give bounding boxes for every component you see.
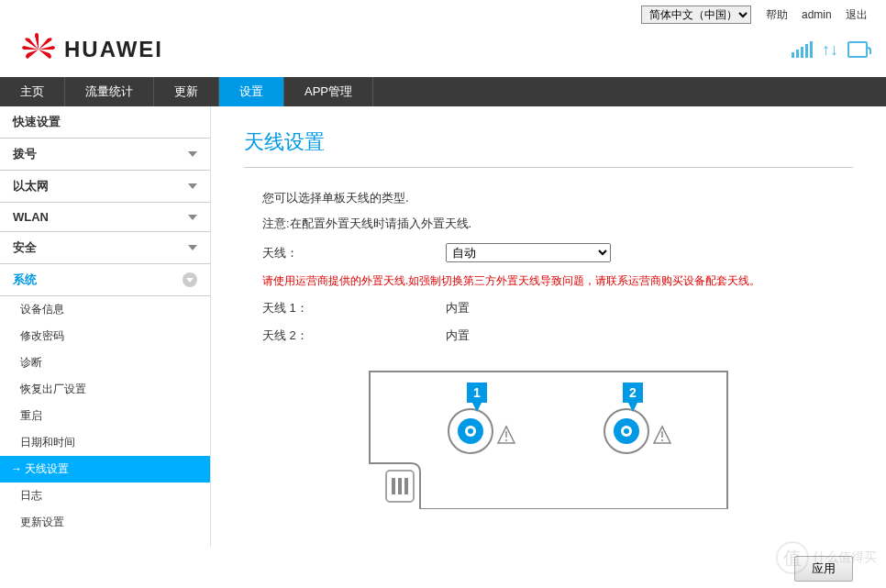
sidebar-item-update-settings[interactable]: 更新设置 (0, 509, 210, 536)
description-2: 注意:在配置外置天线时请插入外置天线. (262, 216, 835, 232)
antenna1-value: 内置 (446, 300, 470, 316)
sidebar-label: 快速设置 (13, 114, 61, 130)
nav-update[interactable]: 更新 (154, 77, 219, 106)
description-1: 您可以选择单板天线的类型. (262, 190, 835, 206)
antenna1-label: 天线 1： (262, 300, 446, 316)
chevron-down-icon (183, 272, 197, 287)
svg-rect-1 (392, 478, 395, 494)
page-title: 天线设置 (244, 128, 853, 168)
sidebar-item-device-info[interactable]: 设备信息 (0, 296, 210, 323)
sidebar-item-reboot[interactable]: 重启 (0, 403, 210, 429)
content: 快速设置 拨号 以太网 WLAN 安全 系统 设备信息 修改密码 诊断 恢复出厂… (0, 106, 886, 547)
antenna-select-row: 天线： 自动 (262, 243, 835, 262)
svg-rect-3 (404, 478, 408, 494)
sidebar-label: 安全 (13, 239, 37, 256)
main-panel: 天线设置 您可以选择单板天线的类型. 注意:在配置外置天线时请插入外置天线. 天… (211, 106, 886, 547)
antenna-diagram: 1 2 (351, 362, 746, 509)
antenna1-row: 天线 1： 内置 (262, 300, 835, 316)
svg-point-16 (661, 439, 663, 441)
svg-point-14 (624, 428, 629, 434)
help-link[interactable]: 帮助 (766, 8, 788, 21)
sidebar-group-ethernet[interactable]: 以太网 (0, 171, 210, 203)
user-link[interactable]: admin (802, 8, 832, 21)
brand-text: HUAWEI (64, 37, 163, 62)
sidebar-label: 以太网 (13, 178, 49, 194)
svg-point-7 (468, 428, 473, 434)
sidebar-label: WLAN (13, 210, 49, 224)
sidebar-group-system[interactable]: 系统 (0, 264, 210, 296)
sidebar: 快速设置 拨号 以太网 WLAN 安全 系统 设备信息 修改密码 诊断 恢复出厂… (0, 106, 211, 547)
sidebar-item-antenna[interactable]: 天线设置 (0, 456, 210, 483)
nav-settings[interactable]: 设置 (219, 77, 284, 106)
apply-button[interactable]: 应用 (794, 556, 853, 582)
chevron-down-icon (188, 151, 197, 157)
nav-traffic[interactable]: 流量统计 (65, 77, 154, 106)
antenna-label: 天线： (262, 245, 446, 261)
sidebar-group-security[interactable]: 安全 (0, 232, 210, 264)
sidebar-item-change-password[interactable]: 修改密码 (0, 323, 210, 349)
warning-text: 请使用运营商提供的外置天线.如强制切换第三方外置天线导致问题，请联系运营商购买设… (262, 273, 835, 289)
language-select[interactable]: 简体中文（中国） (641, 6, 751, 24)
main-nav: 主页 流量统计 更新 设置 APP管理 (0, 77, 886, 106)
antenna2-label: 天线 2： (262, 327, 446, 344)
data-transfer-icon: ↑↓ (822, 40, 838, 60)
chevron-down-icon (188, 215, 197, 220)
svg-text:2: 2 (629, 385, 637, 400)
signal-icon (792, 41, 813, 58)
logo-row: HUAWEI ↑↓ (0, 29, 886, 77)
top-bar: 简体中文（中国） 帮助 admin 退出 (0, 0, 886, 29)
sidebar-item-datetime[interactable]: 日期和时间 (0, 429, 210, 456)
antenna2-row: 天线 2： 内置 (262, 327, 835, 344)
antenna2-value: 内置 (446, 327, 470, 344)
apply-row: 应用 (0, 547, 886, 588)
logo: HUAWEI (18, 29, 163, 70)
antenna-select[interactable]: 自动 (446, 243, 611, 262)
chevron-down-icon (188, 183, 197, 189)
sidebar-group-wlan[interactable]: WLAN (0, 203, 210, 232)
chevron-down-icon (188, 245, 197, 250)
sidebar-label: 系统 (13, 272, 37, 288)
huawei-logo-icon (18, 29, 59, 70)
nav-home[interactable]: 主页 (0, 77, 65, 106)
logout-link[interactable]: 退出 (846, 8, 868, 21)
status-icons: ↑↓ (792, 40, 868, 60)
nav-app[interactable]: APP管理 (284, 77, 373, 106)
sidebar-group-dial[interactable]: 拨号 (0, 139, 210, 171)
monitor-icon (847, 41, 868, 58)
sidebar-label: 拨号 (13, 146, 37, 162)
sidebar-item-log[interactable]: 日志 (0, 483, 210, 509)
sidebar-item-diagnostics[interactable]: 诊断 (0, 349, 210, 376)
sidebar-group-quick[interactable]: 快速设置 (0, 106, 210, 139)
sidebar-item-factory-reset[interactable]: 恢复出厂设置 (0, 376, 210, 403)
svg-rect-2 (398, 478, 402, 494)
svg-point-9 (505, 439, 507, 441)
svg-text:1: 1 (473, 385, 481, 400)
